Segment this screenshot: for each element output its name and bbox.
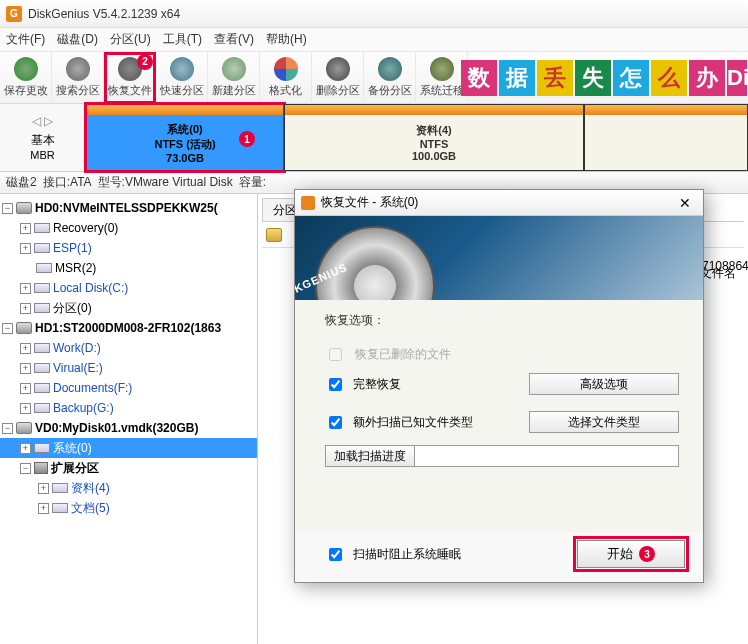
tree-part0[interactable]: 分区(0) [53,300,92,317]
partition-icon [34,383,50,393]
recover-options-label: 恢复选项： [325,312,679,329]
backup-icon [378,57,402,81]
toolbar: 保存更改 搜索分区 恢复文件 2 快速分区 新建分区 格式化 删除分区 备份分区… [0,52,748,104]
expand-icon[interactable]: + [20,283,31,294]
new-icon [222,57,246,81]
tree-ext[interactable]: 扩展分区 [51,460,99,477]
expand-icon[interactable]: − [2,323,13,334]
prevent-sleep-label: 扫描时阻止系统睡眠 [353,546,461,563]
menu-bar: 文件(F) 磁盘(D) 分区(U) 工具(T) 查看(V) 帮助(H) [0,28,748,52]
tree-vd0[interactable]: VD0:MyDisk01.vmdk(320GB) [35,421,198,435]
expand-icon[interactable]: − [20,463,31,474]
menu-view[interactable]: 查看(V) [214,31,254,48]
partition-icon [34,343,50,353]
expand-icon[interactable]: + [20,443,31,454]
load-scan-progress-button[interactable]: 加载扫描进度 [325,445,415,467]
tree-viruale[interactable]: Virual(E:) [53,361,103,375]
dialog-logo-icon [301,196,315,210]
tree-backupg[interactable]: Backup(G:) [53,401,114,415]
partition-icon [34,243,50,253]
tree-hd0[interactable]: HD0:NVMeINTELSSDPEKKW25( [35,201,218,215]
partition-icon [52,483,68,493]
folder-icon [266,228,282,242]
format-button[interactable]: 格式化 [260,52,312,104]
partition-icon [34,403,50,413]
expand-icon[interactable]: + [20,363,31,374]
menu-file[interactable]: 文件(F) [6,31,45,48]
select-file-types-button[interactable]: 选择文件类型 [529,411,679,433]
menu-tools[interactable]: 工具(T) [163,31,202,48]
dialog-title: 恢复文件 - 系统(0) [321,194,673,211]
dialog-body: 恢复选项： 恢复已删除的文件 完整恢复 高级选项 额外扫描已知文件类型 选择文件… [295,300,703,532]
dialog-title-bar: 恢复文件 - 系统(0) ✕ [295,190,703,216]
tree-data4[interactable]: 资料(4) [71,480,110,497]
partition-system-0[interactable]: 系统(0) NTFS (活动) 73.0GB 1 [86,104,284,171]
progress-path-input[interactable] [414,445,679,467]
promo-banner[interactable]: 数 据 丢 失 怎 么 办 Di [460,52,748,104]
disk-icon [16,422,32,434]
disk-tree[interactable]: −HD0:NVMeINTELSSDPEKKW25( +Recovery(0) +… [0,194,258,644]
ext-partition-icon [34,462,48,474]
partition-icon [34,303,50,313]
disk-index: 磁盘2 [6,174,37,191]
tree-localc[interactable]: Local Disk(C:) [53,281,128,295]
expand-icon[interactable]: + [20,403,31,414]
annotation-badge-3: 3 [639,546,655,562]
delete-partition-button[interactable]: 删除分区 [312,52,364,104]
expand-icon[interactable]: + [20,383,31,394]
annotation-badge-2: 2 [137,54,153,70]
partition-icon [34,223,50,233]
recover-files-dialog: 恢复文件 - 系统(0) ✕ DISKGENIUS 恢复选项： 恢复已删除的文件… [294,189,704,583]
quick-partition-button[interactable]: 快速分区 [156,52,208,104]
prevent-sleep-checkbox[interactable] [329,548,342,561]
expand-icon[interactable]: + [20,343,31,354]
partition-extra[interactable] [584,104,748,171]
expand-icon[interactable]: + [20,223,31,234]
expand-icon[interactable]: + [20,243,31,254]
expand-icon[interactable]: + [20,303,31,314]
disk-interface: 接口:ATA [43,174,92,191]
tree-hd1[interactable]: HD1:ST2000DM008-2FR102(1863 [35,321,221,335]
search-partition-button[interactable]: 搜索分区 [52,52,104,104]
partition-icon [34,443,50,453]
disk-icon [16,202,32,214]
disk-model: 型号:VMware Virtual Disk [98,174,233,191]
recover-files-button[interactable]: 恢复文件 2 [104,52,156,104]
extra-scan-label: 额外扫描已知文件类型 [353,414,473,431]
quick-icon [170,57,194,81]
tree-docf[interactable]: Documents(F:) [53,381,132,395]
menu-disk[interactable]: 磁盘(D) [57,31,98,48]
tree-esp[interactable]: ESP(1) [53,241,92,255]
partition-data-4[interactable]: 资料(4) NTFS 100.0GB [284,104,584,171]
full-recover-label: 完整恢复 [353,376,401,393]
backup-partition-button[interactable]: 备份分区 [364,52,416,104]
extra-scan-checkbox[interactable] [329,416,342,429]
recover-deleted-label: 恢复已删除的文件 [355,346,451,363]
new-partition-button[interactable]: 新建分区 [208,52,260,104]
expand-icon[interactable]: − [2,423,13,434]
dialog-close-button[interactable]: ✕ [673,195,697,211]
menu-partition[interactable]: 分区(U) [110,31,151,48]
advanced-options-button[interactable]: 高级选项 [529,373,679,395]
tree-selected-item[interactable]: +系统(0) [0,438,257,458]
search-icon [66,57,90,81]
expand-icon[interactable]: + [38,483,49,494]
format-icon [274,57,298,81]
tree-msr[interactable]: MSR(2) [55,261,96,275]
start-button[interactable]: 开始 3 [577,540,685,568]
partition-icon [36,263,52,273]
nav-arrows-icon[interactable]: ◁ ▷ [32,114,53,128]
tree-doc5[interactable]: 文档(5) [71,500,110,517]
tree-workd[interactable]: Work(D:) [53,341,101,355]
tree-recovery[interactable]: Recovery(0) [53,221,118,235]
expand-icon[interactable]: + [38,503,49,514]
save-icon [14,57,38,81]
menu-help[interactable]: 帮助(H) [266,31,307,48]
dialog-banner: DISKGENIUS [295,216,703,300]
full-recover-checkbox[interactable] [329,378,342,391]
save-changes-button[interactable]: 保存更改 [0,52,52,104]
disk-icon [16,322,32,334]
partition-map: ◁ ▷ 基本 MBR 系统(0) NTFS (活动) 73.0GB 1 资料(4… [0,104,748,172]
delete-icon [326,57,350,81]
expand-icon[interactable]: − [2,203,13,214]
